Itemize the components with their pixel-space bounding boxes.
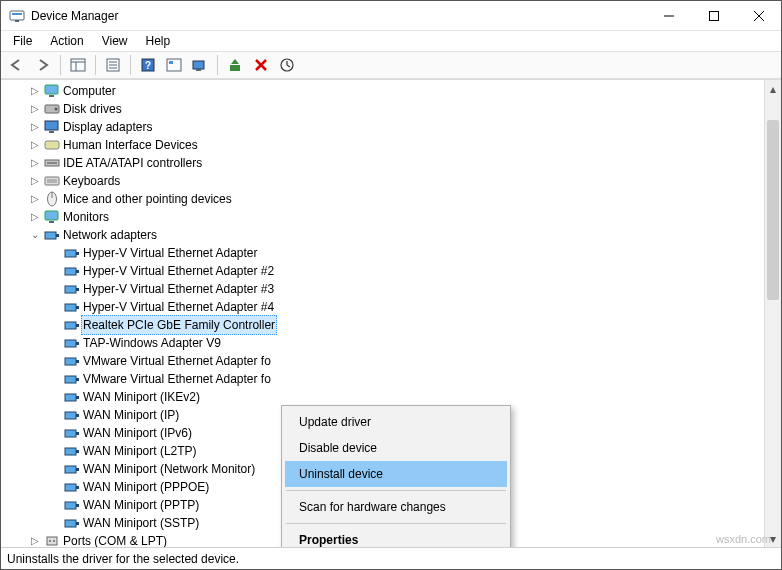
tree-item-label: Mice and other pointing devices [61,190,234,208]
tree-item-label: WAN Miniport (L2TP) [81,442,199,460]
svg-rect-58 [65,394,76,401]
tree-item-label: Human Interface Devices [61,136,200,154]
svg-rect-41 [56,234,59,237]
uninstall-button[interactable] [249,53,273,77]
tree-item-cat-5[interactable]: ▷Keyboards [1,172,764,190]
tree-item-label: WAN Miniport (SSTP) [81,514,201,532]
tree-item-label: VMware Virtual Ethernet Adapter fo [81,352,273,370]
tree-item-label: Hyper-V Virtual Ethernet Adapter #3 [81,280,276,298]
ctx-properties[interactable]: Properties [285,527,507,547]
monitor-icon [43,84,61,98]
svg-rect-56 [65,376,76,383]
tree-item-cat-7[interactable]: ▷Monitors [1,208,764,226]
show-hide-tree-button[interactable] [66,53,90,77]
minimize-button[interactable] [646,1,691,30]
tree-item-cat-1[interactable]: ▷Disk drives [1,100,764,118]
svg-rect-55 [76,360,79,363]
expand-toggle[interactable]: ▷ [27,100,43,118]
disable-button[interactable] [275,53,299,77]
svg-rect-33 [45,177,59,185]
tree-item-net-0[interactable]: Hyper-V Virtual Ethernet Adapter [1,244,764,262]
tree-item-label: WAN Miniport (Network Monitor) [81,460,257,478]
tree-item-net-5[interactable]: TAP-Windows Adapter V9 [1,334,764,352]
svg-rect-59 [76,396,79,399]
svg-rect-52 [65,340,76,347]
back-button[interactable] [5,53,29,77]
tree-item-net-1[interactable]: Hyper-V Virtual Ethernet Adapter #2 [1,262,764,280]
svg-rect-68 [65,484,76,491]
update-driver-button[interactable] [223,53,247,77]
tree-item-label: Ports (COM & LPT) [61,532,169,547]
tree-item-net-3[interactable]: Hyper-V Virtual Ethernet Adapter #4 [1,298,764,316]
net-icon [63,265,81,277]
expand-toggle[interactable]: ▷ [27,208,43,226]
net-icon [63,427,81,439]
help-button[interactable]: ? [136,53,160,77]
svg-rect-57 [76,378,79,381]
expand-toggle[interactable]: ▷ [27,82,43,100]
svg-rect-39 [49,221,54,223]
svg-rect-69 [76,486,79,489]
tree-item-cat-6[interactable]: ▷Mice and other pointing devices [1,190,764,208]
svg-rect-64 [65,448,76,455]
tree-item-label: Display adapters [61,118,154,136]
maximize-button[interactable] [691,1,736,30]
net-icon [63,391,81,403]
svg-point-76 [53,540,55,542]
device-manager-window: Device Manager File Action View Help ? ▷… [0,0,782,570]
ctx-uninstall-device[interactable]: Uninstall device [285,461,507,487]
scroll-up-arrow[interactable]: ▴ [765,80,781,97]
expand-toggle[interactable]: ▷ [27,154,43,172]
svg-rect-47 [76,288,79,291]
menu-view[interactable]: View [94,32,136,50]
expand-toggle[interactable]: ▷ [27,136,43,154]
expand-toggle[interactable]: ⌄ [27,226,43,244]
menu-action[interactable]: Action [42,32,91,50]
tree-item-net-8[interactable]: WAN Miniport (IKEv2) [1,388,764,406]
svg-rect-46 [65,286,76,293]
tree-item-network-adapters[interactable]: ⌄Network adapters [1,226,764,244]
forward-button[interactable] [31,53,55,77]
tree-item-net-6[interactable]: VMware Virtual Ethernet Adapter fo [1,352,764,370]
svg-rect-44 [65,268,76,275]
svg-rect-43 [76,252,79,255]
tree-item-net-4[interactable]: Realtek PCIe GbE Family Controller [1,316,764,334]
scan-hardware-button[interactable] [188,53,212,77]
toolbar-icon-1[interactable] [162,53,186,77]
tree-item-cat-0[interactable]: ▷Computer [1,82,764,100]
svg-text:?: ? [145,60,151,71]
close-button[interactable] [736,1,781,30]
ctx-disable-device[interactable]: Disable device [285,435,507,461]
svg-rect-65 [76,450,79,453]
menu-help[interactable]: Help [138,32,179,50]
properties-button[interactable] [101,53,125,77]
expand-toggle[interactable]: ▷ [27,532,43,547]
tree-item-net-2[interactable]: Hyper-V Virtual Ethernet Adapter #3 [1,280,764,298]
expand-toggle[interactable]: ▷ [27,190,43,208]
menubar: File Action View Help [1,31,781,51]
net-icon [63,355,81,367]
mouse-icon [43,191,61,207]
expand-toggle[interactable]: ▷ [27,172,43,190]
tree-item-label: Realtek PCIe GbE Family Controller [81,315,277,335]
keyboard-icon [43,176,61,186]
monitor-icon [43,210,61,224]
menu-file[interactable]: File [5,32,40,50]
net-icon [63,301,81,313]
tree-item-cat-3[interactable]: ▷Human Interface Devices [1,136,764,154]
scroll-thumb[interactable] [767,120,779,300]
ctx-scan-hardware[interactable]: Scan for hardware changes [285,494,507,520]
svg-rect-29 [49,131,54,133]
tree-item-cat-4[interactable]: ▷IDE ATA/ATAPI controllers [1,154,764,172]
vertical-scrollbar[interactable]: ▴ ▾ [764,80,781,547]
svg-rect-67 [76,468,79,471]
titlebar: Device Manager [1,1,781,31]
net-icon [63,445,81,457]
svg-rect-38 [45,211,58,220]
expand-toggle[interactable]: ▷ [27,118,43,136]
tree-item-net-7[interactable]: VMware Virtual Ethernet Adapter fo [1,370,764,388]
svg-rect-2 [15,20,19,22]
ctx-update-driver[interactable]: Update driver [285,409,507,435]
net-icon [63,373,81,385]
tree-item-cat-2[interactable]: ▷Display adapters [1,118,764,136]
